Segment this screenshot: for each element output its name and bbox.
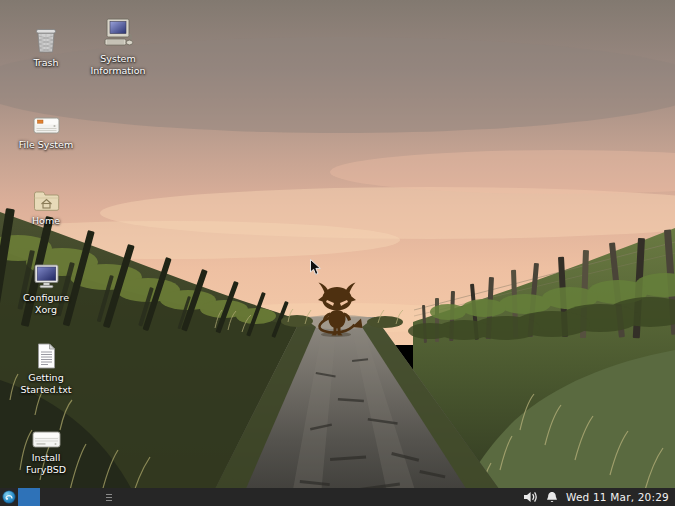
home-folder-icon bbox=[33, 176, 60, 212]
desktop-icon-file-system[interactable]: File System bbox=[8, 100, 84, 151]
desktop-icon-label: Trash bbox=[33, 57, 58, 69]
applications-menu-button[interactable] bbox=[0, 488, 18, 506]
desktop-icon-label: Home bbox=[32, 215, 60, 227]
volume-icon[interactable] bbox=[523, 491, 538, 503]
system-tray: Wed 11 Mar, 20:29 bbox=[523, 491, 675, 504]
workspace-switcher[interactable] bbox=[18, 488, 40, 506]
trash-icon bbox=[33, 18, 59, 54]
desktop-icon-label: Configure Xorg bbox=[11, 292, 81, 315]
desktop-icon-label: Getting Started.txt bbox=[11, 372, 81, 395]
taskbar-panel: Wed 11 Mar, 20:29 bbox=[0, 488, 675, 506]
mouse-cursor bbox=[309, 258, 322, 281]
text-file-icon bbox=[36, 333, 57, 369]
desktop: Trash System Information bbox=[0, 0, 675, 506]
desktop-icon-home[interactable]: Home bbox=[8, 176, 84, 227]
display-icon bbox=[33, 253, 60, 289]
desktop-icon-label: File System bbox=[19, 139, 73, 151]
applications-menu-icon bbox=[2, 490, 16, 504]
desktop-icon-configure-xorg[interactable]: Configure Xorg bbox=[8, 253, 84, 315]
desktop-icon-label: Install FuryBSD bbox=[11, 452, 81, 475]
desktop-icon-trash[interactable]: Trash bbox=[8, 18, 84, 69]
desktop-icon-getting-started[interactable]: Getting Started.txt bbox=[8, 333, 84, 395]
computer-icon bbox=[102, 14, 134, 50]
harddrive-icon bbox=[33, 100, 60, 136]
window-list-handle[interactable] bbox=[106, 494, 112, 501]
desktop-icon-label: System Information bbox=[83, 53, 153, 76]
installer-drive-icon bbox=[32, 413, 61, 449]
desktop-icon-install-furybsd[interactable]: Install FuryBSD bbox=[8, 413, 84, 475]
clock[interactable]: Wed 11 Mar, 20:29 bbox=[566, 491, 669, 503]
desktop-icon-system-information[interactable]: System Information bbox=[80, 14, 156, 76]
notifications-bell-icon[interactable] bbox=[546, 491, 558, 504]
